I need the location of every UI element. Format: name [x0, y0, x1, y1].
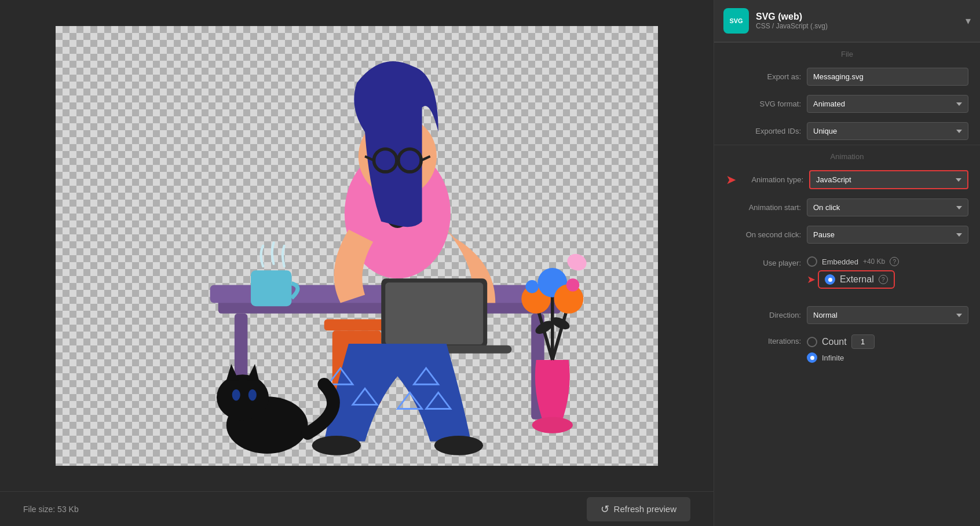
external-radio-circle: [825, 274, 835, 285]
count-row: Count: [807, 334, 968, 349]
export-as-label: Export as:: [726, 72, 801, 81]
direction-select[interactable]: Normal Reverse Alternate: [807, 306, 968, 324]
refresh-icon: ↺: [601, 503, 609, 516]
refresh-preview-button[interactable]: ↺ Refresh preview: [587, 497, 690, 521]
svg-point-28: [217, 374, 269, 420]
exported-ids-select[interactable]: Unique: [807, 122, 968, 140]
file-section-label: File: [714, 42, 980, 63]
animation-start-select[interactable]: On click Auto Scroll: [807, 198, 968, 216]
on-second-click-row: On second click: Pause Stop None: [714, 221, 980, 248]
svg-point-44: [565, 251, 588, 273]
direction-row: Direction: Normal Reverse Alternate: [714, 301, 980, 329]
settings-panel: SVG SVG (web) CSS / JavaScript (.svg) ▾ …: [714, 0, 980, 526]
infinite-label: Infinite: [822, 354, 844, 362]
on-second-click-select[interactable]: Pause Stop None: [807, 226, 968, 244]
animation-type-arrow-icon: ➤: [726, 172, 736, 187]
embedded-radio-item[interactable]: Embedded +40 Kb ?: [807, 256, 968, 267]
illustration-svg: [56, 26, 658, 466]
count-label: Count: [822, 337, 847, 347]
count-input[interactable]: [851, 334, 875, 349]
exported-ids-row: Exported IDs: Unique: [714, 117, 980, 145]
iterations-row: Iterations: Count Infinite: [714, 329, 980, 367]
use-player-label: Use player:: [726, 256, 801, 267]
external-help-icon[interactable]: ?: [879, 275, 888, 284]
direction-label: Direction:: [726, 311, 801, 319]
animation-start-row: Animation start: On click Auto Scroll: [714, 194, 980, 221]
export-as-row: Export as:: [714, 63, 980, 90]
svg-point-25: [434, 435, 483, 455]
format-selector[interactable]: SVG SVG (web) CSS / JavaScript (.svg) ▾: [714, 0, 980, 42]
format-subtitle: CSS / JavaScript (.svg): [756, 22, 828, 30]
infinite-radio-item[interactable]: Infinite: [807, 352, 968, 363]
format-title: SVG (web): [756, 12, 828, 22]
canvas-area: File size: 53 Kb ↺ Refresh preview: [0, 0, 714, 526]
animation-start-label: Animation start:: [726, 203, 801, 212]
animation-type-row: ➤ Animation type: JavaScript CSS SMIL: [714, 165, 980, 194]
use-player-radio-group: Embedded +40 Kb ? ➤ External ?: [807, 256, 968, 289]
svg-marker-30: [247, 364, 259, 380]
infinite-radio-circle: [807, 352, 817, 363]
svg-point-41: [566, 278, 580, 292]
external-row: ➤ External ?: [807, 270, 968, 289]
format-left: SVG SVG (web) CSS / JavaScript (.svg): [723, 8, 828, 34]
svg-rect-17: [385, 282, 483, 344]
svg-format-row: SVG format: Animated: [714, 90, 980, 117]
exported-ids-label: Exported IDs:: [726, 127, 801, 135]
svg-point-33: [532, 417, 573, 433]
svg-rect-26: [251, 270, 291, 306]
svg-point-24: [312, 435, 361, 455]
on-second-click-label: On second click:: [726, 230, 801, 239]
svg-rect-4: [324, 319, 390, 330]
embedded-help-icon[interactable]: ?: [890, 257, 899, 266]
svg-point-32: [248, 389, 257, 400]
count-radio-circle[interactable]: [807, 337, 817, 347]
iterations-label: Iterations:: [726, 334, 801, 345]
use-player-row: Use player: Embedded +40 Kb ? ➤ External…: [714, 248, 980, 293]
refresh-label: Refresh preview: [614, 504, 677, 514]
canvas-preview: [56, 26, 658, 466]
format-chevron-icon: ▾: [966, 14, 971, 27]
embedded-label: Embedded: [822, 258, 858, 266]
iterations-block: Count Infinite: [807, 334, 968, 363]
external-arrow-icon: ➤: [807, 273, 816, 286]
external-radio-box[interactable]: External ?: [818, 270, 895, 289]
format-info: SVG (web) CSS / JavaScript (.svg): [756, 12, 828, 30]
embedded-radio-circle: [807, 256, 817, 267]
canvas-bottom-bar: File size: 53 Kb ↺ Refresh preview: [0, 491, 714, 526]
animation-type-label: Animation type:: [740, 175, 803, 184]
svg-format-select[interactable]: Animated: [807, 95, 968, 113]
svg-format-label: SVG format:: [726, 100, 801, 108]
animation-type-select[interactable]: JavaScript CSS SMIL: [809, 170, 968, 189]
svg-format-icon: SVG: [723, 8, 749, 34]
svg-point-31: [232, 389, 240, 400]
embedded-size-label: +40 Kb: [863, 258, 885, 266]
export-as-input[interactable]: [807, 68, 968, 86]
animation-section-label: Animation: [714, 145, 980, 165]
file-size-label: File size: 53 Kb: [23, 505, 79, 514]
external-label: External: [840, 274, 874, 285]
svg-point-38: [525, 280, 539, 293]
